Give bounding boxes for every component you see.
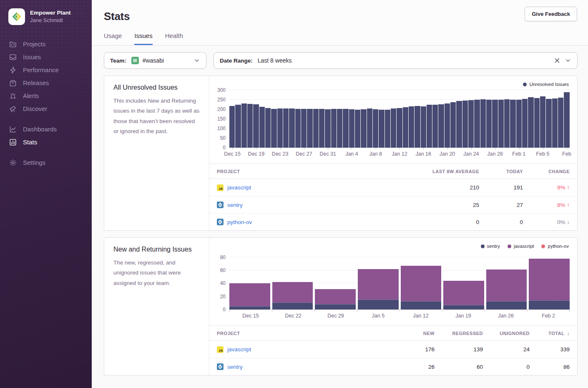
panel-title: New and Returning Issues (113, 246, 200, 253)
y-tick-label: 100 (217, 126, 226, 131)
unresolved-bar (421, 106, 426, 148)
y-tick-label: 40 (220, 280, 226, 286)
segment-javascript (401, 266, 442, 301)
legend-label: Unresolved Issues (529, 82, 569, 87)
y-tick-label: 20 (220, 294, 226, 300)
table-cell-value: 26 (395, 364, 435, 370)
sidebar-item-projects[interactable]: Projects (0, 38, 92, 50)
x-tick-label: Dec 19 (248, 151, 265, 157)
unresolved-bar (498, 100, 504, 148)
x-tick-label: Dec 22 (285, 313, 302, 319)
unresolved-bar (534, 98, 540, 148)
table-cell-value: 0 (479, 219, 523, 225)
unresolved-bar (510, 100, 515, 148)
sidebar-item-releases[interactable]: Releases (0, 76, 92, 89)
tab-health[interactable]: Health (165, 32, 183, 45)
x-tick-mark (423, 148, 424, 150)
legend-item-sentry: sentry (481, 244, 500, 249)
unresolved-bar (295, 109, 301, 148)
table-cell-value: 0 (408, 219, 479, 225)
stacked-bar (272, 252, 313, 310)
table-cell-value: 339 (530, 346, 570, 353)
x-tick-mark (495, 148, 495, 150)
column-header-new: New (395, 331, 435, 336)
column-header-total[interactable]: Total ↓ (530, 331, 570, 336)
x-tick-label: Jan 4 (345, 151, 358, 157)
unresolved-bar (397, 108, 402, 148)
unresolved-bar (391, 108, 396, 148)
give-feedback-button[interactable]: Give Feedback (525, 7, 577, 21)
sidebar-item-settings[interactable]: Settings (0, 156, 92, 169)
legend-label: sentry (487, 244, 500, 249)
project-link-javascript[interactable]: JSjavascript (217, 184, 408, 191)
unresolved-issues-chart: Unresolved Issues 050100150200250300 Dec… (209, 76, 577, 159)
clear-date-icon[interactable] (554, 57, 560, 64)
sidebar-item-stats[interactable]: Stats (0, 136, 92, 149)
unresolved-bar (337, 109, 342, 148)
legend-dot-icon (523, 83, 527, 86)
table-cell-value: 176 (395, 346, 435, 353)
user-name: Jane Schmidt (30, 17, 71, 24)
unresolved-bar (552, 98, 558, 148)
sidebar-item-label: Issues (23, 53, 41, 60)
nav-group: Settings (0, 156, 92, 169)
x-tick-mark (519, 148, 519, 150)
sidebar-item-label: Performance (23, 66, 59, 73)
x-tick-mark (314, 310, 315, 312)
segment-javascript (315, 289, 356, 304)
unresolved-bar (313, 109, 319, 148)
x-tick-mark (447, 148, 448, 150)
unresolved-bar (361, 109, 366, 148)
unresolved-bar (229, 106, 235, 148)
stacked-bar (358, 252, 399, 310)
y-tick-label: 80 (220, 254, 226, 260)
stacked-bar-series (229, 252, 570, 310)
x-tick-mark (400, 310, 400, 312)
legend-item-unresolved-issues: Unresolved Issues (523, 82, 569, 87)
legend-label: python-ov (548, 244, 569, 249)
project-link-javascript[interactable]: JSjavascript (217, 346, 395, 353)
sidebar-item-issues[interactable]: Issues (0, 50, 92, 63)
y-tick-label: 60 (220, 267, 226, 273)
sidebar-item-discover[interactable]: Discover (0, 102, 92, 115)
unresolved-bar (468, 100, 474, 148)
x-tick-label: Jan 12 (413, 313, 429, 319)
project-link-sentry[interactable]: sentry (217, 363, 395, 370)
unresolved-bar (283, 108, 289, 148)
y-tick-label: 300 (217, 87, 226, 93)
x-tick-label: Dec 29 (327, 313, 344, 319)
date-range-value: Last 8 weeks (258, 57, 292, 64)
sidebar-item-alerts[interactable]: Alerts (0, 89, 92, 102)
sidebar-item-dashboards[interactable]: Dashboards (0, 123, 92, 136)
table-row: python-ov000% ↓ (209, 213, 577, 230)
segment-sentry (272, 302, 313, 310)
x-tick-mark (570, 310, 570, 312)
project-link-sentry[interactable]: sentry (217, 202, 408, 208)
issues-icon (9, 53, 17, 61)
unresolved-bar (432, 105, 438, 148)
stacked-bar (529, 252, 570, 310)
unresolved-bar (492, 100, 498, 148)
team-select-label: Team: (110, 58, 126, 64)
project-link-python-ov[interactable]: python-ov (217, 219, 408, 225)
sidebar-item-performance[interactable]: Performance (0, 63, 92, 76)
unresolved-bar (307, 109, 312, 148)
discover-icon (9, 105, 17, 113)
table-cell-value: 210 (408, 184, 479, 191)
x-tick-label: Dec 27 (296, 151, 312, 157)
y-tick-label: 50 (220, 135, 226, 141)
tab-issues[interactable]: Issues (134, 32, 152, 45)
date-range-select[interactable]: Date Range: Last 8 weeks (214, 52, 578, 69)
column-header-last-8w-average: Last 8w Average (408, 169, 479, 174)
x-tick-label: Dec 15 (224, 151, 241, 157)
org-switcher[interactable]: Empower Plant Jane Schmidt (0, 0, 92, 33)
x-tick-mark (400, 148, 400, 150)
unresolved-bar (349, 109, 354, 148)
unresolved-bar (247, 104, 253, 148)
panel-title: All Unresolved Issues (113, 84, 200, 91)
python-icon (217, 363, 224, 370)
x-tick-label: Jan 8 (369, 151, 382, 157)
tab-usage[interactable]: Usage (104, 32, 122, 45)
team-select[interactable]: Team: W #wasabi (104, 52, 206, 69)
change-cell: 9% ↑ (523, 184, 570, 191)
